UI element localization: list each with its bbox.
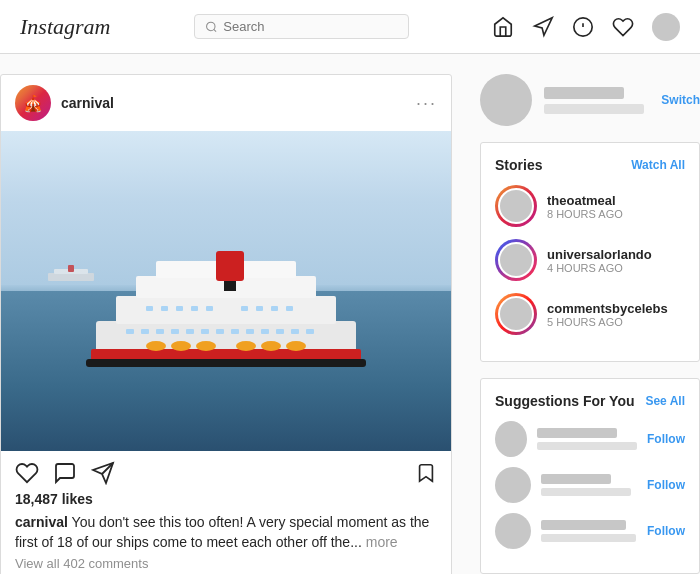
suggestions-title: Suggestions For You	[495, 393, 635, 409]
user-avatar[interactable]	[652, 13, 680, 41]
svg-rect-20	[216, 329, 224, 334]
follow-button-1[interactable]: Follow	[647, 432, 685, 446]
svg-rect-27	[146, 306, 153, 311]
suggestions-header: Suggestions For You See All	[495, 393, 685, 409]
svg-rect-23	[261, 329, 269, 334]
main-layout: 🎪 carnival ···	[0, 54, 700, 574]
sidebar-user-avatar[interactable]	[480, 74, 532, 126]
svg-rect-18	[186, 329, 194, 334]
svg-rect-12	[216, 251, 244, 281]
suggestion-avatar-3	[495, 513, 531, 549]
post-user-info: 🎪 carnival	[15, 85, 114, 121]
story-item-2[interactable]: universalorlando 4 HOURS AGO	[495, 239, 685, 281]
svg-rect-44	[68, 265, 74, 272]
post-avatar[interactable]: 🎪	[15, 85, 51, 121]
svg-rect-19	[201, 329, 209, 334]
comment-icon[interactable]	[53, 461, 77, 485]
like-icon[interactable]	[15, 461, 39, 485]
app-header: Instagram	[0, 0, 700, 54]
caption-more[interactable]: more	[366, 534, 398, 550]
svg-rect-21	[231, 329, 239, 334]
story-avatar-ring-3	[495, 293, 537, 335]
svg-rect-32	[241, 306, 248, 311]
caption-username[interactable]: carnival	[15, 514, 68, 530]
search-input[interactable]	[223, 19, 397, 34]
story-time-2: 4 HOURS AGO	[547, 262, 652, 274]
svg-rect-17	[171, 329, 179, 334]
suggestion-item-1: Follow	[495, 421, 685, 457]
story-username-2: universalorlando	[547, 247, 652, 262]
story-info-1: theoatmeal 8 HOURS AGO	[547, 193, 623, 220]
background-ship	[46, 265, 96, 285]
story-item-3[interactable]: commentsbycelebs 5 HOURS AGO	[495, 293, 685, 335]
svg-point-41	[286, 341, 306, 351]
view-comments-link[interactable]: View all 402 comments	[1, 556, 451, 571]
explore-icon[interactable]	[532, 16, 554, 38]
svg-rect-13	[224, 281, 236, 291]
sidebar-user-info	[544, 87, 649, 114]
app-logo: Instagram	[20, 14, 110, 40]
svg-rect-28	[161, 306, 168, 311]
stories-section: Stories Watch All theoatmeal 8 HOURS AGO…	[480, 142, 700, 362]
story-username-3: commentsbycelebs	[547, 301, 668, 316]
svg-point-36	[146, 341, 166, 351]
svg-rect-16	[156, 329, 164, 334]
suggestion-sub-2	[541, 488, 631, 496]
svg-marker-2	[535, 17, 552, 34]
sidebar-user-card: Switch	[480, 74, 700, 126]
watch-all-button[interactable]: Watch All	[631, 158, 685, 172]
suggestion-sub-3	[541, 534, 636, 542]
suggestion-username-1	[537, 428, 617, 438]
compass-icon[interactable]	[572, 16, 594, 38]
follow-button-2[interactable]: Follow	[647, 478, 685, 492]
post-caption: carnival You don't see this too often! A…	[1, 513, 451, 552]
sidebar-fullname	[544, 104, 644, 114]
story-avatar-inner-2	[498, 242, 534, 278]
suggestion-info-1	[537, 428, 637, 450]
stories-header: Stories Watch All	[495, 157, 685, 173]
story-info-3: commentsbycelebs 5 HOURS AGO	[547, 301, 668, 328]
svg-line-1	[213, 29, 215, 31]
sidebar-username	[544, 87, 624, 99]
svg-rect-33	[256, 306, 263, 311]
svg-rect-14	[126, 329, 134, 334]
suggestion-sub-1	[537, 442, 637, 450]
nav-icons	[492, 13, 680, 41]
follow-button-3[interactable]: Follow	[647, 524, 685, 538]
feed: 🎪 carnival ···	[0, 74, 452, 574]
svg-rect-8	[86, 359, 366, 367]
suggestion-info-2	[541, 474, 637, 496]
story-avatar-inner-1	[498, 188, 534, 224]
svg-rect-34	[271, 306, 278, 311]
suggestion-item-2: Follow	[495, 467, 685, 503]
svg-rect-35	[286, 306, 293, 311]
story-info-2: universalorlando 4 HOURS AGO	[547, 247, 652, 274]
story-item-1[interactable]: theoatmeal 8 HOURS AGO	[495, 185, 685, 227]
svg-rect-31	[206, 306, 213, 311]
svg-rect-42	[48, 273, 94, 281]
post-header: 🎪 carnival ···	[1, 75, 451, 131]
svg-rect-24	[276, 329, 284, 334]
search-bar[interactable]	[194, 14, 409, 39]
svg-rect-22	[246, 329, 254, 334]
svg-rect-26	[306, 329, 314, 334]
bookmark-icon[interactable]	[415, 462, 437, 484]
home-icon[interactable]	[492, 16, 514, 38]
suggestions-section: Suggestions For You See All Follow Follo…	[480, 378, 700, 574]
search-icon	[205, 20, 218, 34]
switch-button[interactable]: Switch	[661, 93, 700, 107]
svg-point-37	[171, 341, 191, 351]
post-more-button[interactable]: ···	[416, 93, 437, 114]
post-username[interactable]: carnival	[61, 95, 114, 111]
svg-rect-30	[191, 306, 198, 311]
post-likes: 18,487 likes	[1, 491, 451, 507]
story-avatar-ring-1	[495, 185, 537, 227]
see-all-button[interactable]: See All	[645, 394, 685, 408]
suggestion-username-3	[541, 520, 626, 530]
share-icon[interactable]	[91, 461, 115, 485]
post-actions-left	[15, 461, 115, 485]
heart-icon[interactable]	[612, 16, 634, 38]
ship-svg	[86, 251, 366, 381]
story-avatar-ring-2	[495, 239, 537, 281]
story-avatar-inner-3	[498, 296, 534, 332]
